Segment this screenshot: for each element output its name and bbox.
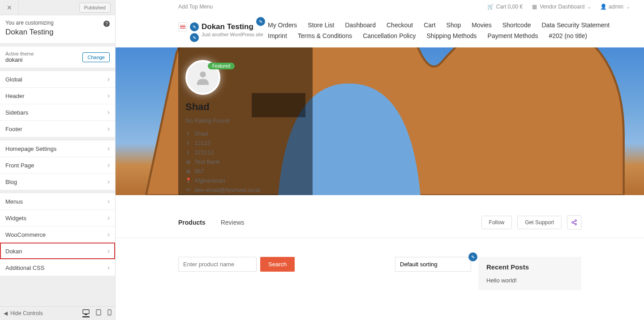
customizer-item-front-page[interactable]: Front Page› xyxy=(0,157,115,173)
hide-controls-label: Hide Controls xyxy=(10,310,43,316)
search-button[interactable]: Search xyxy=(260,257,295,272)
nav-item[interactable]: Shipping Methods xyxy=(426,32,477,39)
menu-label: Widgets xyxy=(5,215,26,222)
edit-shortcut-icon[interactable]: ✎ xyxy=(468,252,477,261)
nav-item[interactable]: Shop xyxy=(447,21,461,29)
admin-label: admin xyxy=(609,4,623,10)
nav-item[interactable]: My Orders xyxy=(268,21,297,29)
menu-label: Sidebars xyxy=(5,109,28,116)
sort-select[interactable]: Default sorting xyxy=(395,257,471,272)
hide-controls-button[interactable]: ◀ Hide Controls xyxy=(4,310,43,316)
chevron-right-icon: › xyxy=(107,75,110,83)
mobile-icon[interactable] xyxy=(107,309,112,317)
grid-icon: ▦ xyxy=(532,4,537,9)
menu-label: Blog xyxy=(5,179,17,185)
active-theme-label: Active theme xyxy=(5,51,34,56)
i-icon: ℹ xyxy=(185,131,191,137)
close-icon[interactable]: ✕ xyxy=(0,0,19,15)
nav-item[interactable]: #202 (no title) xyxy=(549,32,587,39)
nav-item[interactable]: Store List xyxy=(308,21,334,29)
chevron-right-icon: › xyxy=(107,247,110,255)
chevron-right-icon: › xyxy=(107,108,110,116)
brand-title[interactable]: Dokan Testing xyxy=(202,22,263,31)
product-search-input[interactable] xyxy=(178,257,257,272)
store-meta-row: ℹShad xyxy=(185,130,305,137)
sidebar-header: You are customizing Dokan Testing ? xyxy=(0,15,115,43)
customizing-label: You are customizing xyxy=(5,20,110,26)
customizer-item-additional-css[interactable]: Additional CSS› xyxy=(0,259,115,276)
add-top-menu-link[interactable]: Add Top Menu xyxy=(178,4,213,10)
bank-icon: 🏛 xyxy=(185,169,191,174)
customizer-item-global[interactable]: Global› xyxy=(0,71,115,87)
edit-shortcut-icon[interactable]: ✎ xyxy=(190,22,199,31)
svg-rect-2 xyxy=(96,310,101,315)
customizer-item-header[interactable]: Header› xyxy=(0,87,115,104)
nav-item[interactable]: Cancellation Policy xyxy=(363,32,416,39)
rating-placeholder xyxy=(252,93,305,117)
mail-icon: ✉ xyxy=(185,187,191,193)
site-title: Dokan Testing xyxy=(5,28,110,37)
edit-shortcut-icon[interactable]: ✎ xyxy=(190,33,199,42)
cart-link[interactable]: 🛒Cart 0,00 € xyxy=(488,4,523,10)
svg-point-4 xyxy=(200,72,206,77)
nav-item[interactable]: Dashboard xyxy=(345,21,376,29)
vendor-dashboard-label: Vendor Dashboard xyxy=(540,4,584,10)
customizer-item-sidebars[interactable]: Sidebars› xyxy=(0,104,115,120)
store-meta-row: 🏛Test Bank xyxy=(185,158,305,165)
customizer-item-woocommerce[interactable]: WooCommerce› xyxy=(0,226,115,243)
menu-label: Menus xyxy=(5,198,23,205)
tablet-icon[interactable] xyxy=(96,309,101,317)
nav-item[interactable]: Shortcode xyxy=(502,21,531,29)
customizer-item-footer[interactable]: Footer› xyxy=(0,120,115,137)
chevron-right-icon: › xyxy=(107,125,110,133)
device-switcher xyxy=(82,309,112,317)
desktop-icon[interactable] xyxy=(82,309,90,317)
admin-menu[interactable]: 👤admin⌄ xyxy=(601,4,631,10)
share-icon xyxy=(571,219,577,226)
nav-item[interactable]: Movies xyxy=(472,21,491,29)
recent-posts-title: Recent Posts xyxy=(486,263,573,271)
edit-shortcut-icon[interactable]: ✎ xyxy=(256,17,265,26)
nav-item[interactable]: Payment Methods xyxy=(488,32,538,39)
store-meta-row: ✉dev-email@flywheel.local xyxy=(185,187,305,193)
customizer-menu: Global›Header›Sidebars›Footer›Homepage S… xyxy=(0,71,115,306)
help-icon[interactable]: ? xyxy=(103,21,110,27)
chevron-right-icon: › xyxy=(107,197,110,205)
chevron-right-icon: › xyxy=(107,178,110,186)
customizer-item-widgets[interactable]: Widgets› xyxy=(0,209,115,226)
menu-label: Global xyxy=(5,76,22,83)
cart-label: Cart 0,00 € xyxy=(496,4,523,10)
customizer-item-menus[interactable]: Menus› xyxy=(0,193,115,209)
store-meta-text: Afghanistan xyxy=(194,177,225,184)
tab-products[interactable]: Products xyxy=(178,219,206,226)
share-button[interactable] xyxy=(567,215,581,230)
follow-button[interactable]: Follow xyxy=(481,216,512,229)
customizer-sidebar: ✕ Published You are customizing Dokan Te… xyxy=(0,0,116,320)
customizer-item-homepage-settings[interactable]: Homepage Settings› xyxy=(0,141,115,157)
published-button[interactable]: Published xyxy=(79,3,111,13)
svg-line-8 xyxy=(573,221,575,222)
hamburger-icon[interactable] xyxy=(178,22,187,31)
change-theme-button[interactable]: Change xyxy=(82,52,110,62)
vendor-dashboard-link[interactable]: ▦Vendor Dashboard⌄ xyxy=(532,4,592,10)
nav-item[interactable]: Terms & Conditions xyxy=(298,32,352,39)
nav-item[interactable]: Checkout xyxy=(386,21,413,29)
collapse-icon: ◀ xyxy=(4,310,8,316)
recent-post-link[interactable]: Hello world! xyxy=(486,277,573,284)
store-meta-row: ℹ12123 xyxy=(185,140,305,146)
customizer-item-dokan[interactable]: Dokan› xyxy=(0,243,115,259)
svg-point-6 xyxy=(572,222,574,223)
site-header: ✎ ✎ Dokan Testing Just another WordPress… xyxy=(116,13,644,47)
active-theme-row: Active theme dokani Change xyxy=(0,47,115,68)
customizer-item-blog[interactable]: Blog› xyxy=(0,173,115,190)
svg-point-7 xyxy=(575,223,577,225)
main-nav: ✎ My OrdersStore ListDashboardCheckoutCa… xyxy=(268,13,631,47)
brand-area: ✎ ✎ Dokan Testing Just another WordPress… xyxy=(178,13,268,47)
store-meta-text: Test Bank xyxy=(194,158,220,165)
get-support-button[interactable]: Get Support xyxy=(517,216,562,229)
nav-item[interactable]: Data Security Statement xyxy=(541,21,610,29)
nav-item[interactable]: Imprint xyxy=(268,32,287,39)
nav-item[interactable]: Cart xyxy=(424,21,435,29)
tab-reviews[interactable]: Reviews xyxy=(221,219,245,226)
store-banner: Featured Shad No Rating FoundℹShadℹ12123… xyxy=(116,47,644,195)
